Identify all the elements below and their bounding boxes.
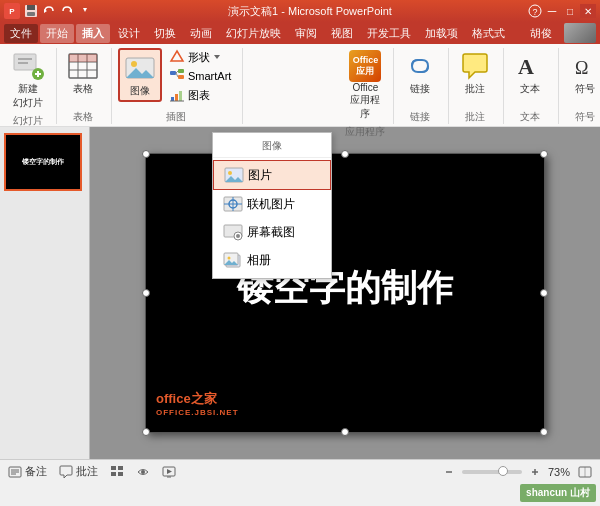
slide-sorter-button[interactable] — [110, 465, 124, 479]
svg-rect-26 — [178, 69, 184, 73]
slideshow-button[interactable] — [162, 465, 176, 479]
quick-access-redo[interactable] — [60, 4, 74, 18]
menu-animations[interactable]: 动画 — [184, 24, 218, 43]
menu-slideshow[interactable]: 幻灯片放映 — [220, 24, 287, 43]
table-button[interactable]: 表格 — [63, 48, 103, 98]
slides-group-items: 新建幻灯片 — [8, 48, 48, 112]
menu-view[interactable]: 视图 — [325, 24, 359, 43]
table-icon — [67, 50, 99, 82]
title-bar-controls: ? ─ □ ✕ — [528, 4, 596, 18]
comments-button[interactable]: 批注 — [59, 464, 98, 479]
menu-design[interactable]: 设计 — [112, 24, 146, 43]
zoom-thumb[interactable] — [498, 466, 508, 476]
minimize-button[interactable]: ─ — [544, 4, 560, 18]
fit-window-button[interactable] — [578, 466, 592, 478]
main-slide-area[interactable]: 镂空字的制作 office之家 OFFICE.JBSI.NET — [90, 127, 600, 459]
handle-bl[interactable] — [142, 428, 150, 436]
smartart-button[interactable]: SmartArt — [166, 67, 234, 85]
handle-ml[interactable] — [142, 289, 150, 297]
notes-label: 备注 — [25, 464, 47, 479]
svg-rect-25 — [170, 71, 176, 75]
zoom-out-button[interactable] — [444, 467, 454, 477]
close-button[interactable]: ✕ — [580, 4, 596, 18]
handle-tr[interactable] — [540, 150, 548, 158]
image-button[interactable]: 图像 — [118, 48, 162, 102]
office-app-label: Office应用程序 — [349, 82, 381, 121]
zoom-slider[interactable] — [462, 470, 522, 474]
image-label: 图像 — [130, 84, 150, 98]
zoom-level: 73% — [548, 466, 570, 478]
link-button[interactable]: 链接 — [400, 48, 440, 98]
comment-icon — [459, 50, 491, 82]
comments-group-items: 批注 — [455, 48, 495, 108]
shapes-button[interactable]: 形状 — [166, 48, 234, 66]
menu-file[interactable]: 文件 — [4, 24, 38, 43]
svg-point-21 — [131, 61, 137, 67]
menu-format[interactable]: 格式式 — [466, 24, 511, 43]
handle-tl[interactable] — [142, 150, 150, 158]
dropdown-item-album[interactable]: 相册 — [213, 246, 331, 274]
menu-bar: 文件 开始 插入 设计 切换 动画 幻灯片放映 审阅 视图 开发工具 加载项 格… — [0, 22, 600, 44]
handle-tm[interactable] — [341, 150, 349, 158]
chart-icon — [169, 87, 185, 103]
svg-rect-60 — [118, 466, 123, 470]
notes-icon — [8, 465, 22, 479]
svg-point-63 — [141, 470, 145, 474]
status-bar: 备注 批注 — [0, 459, 600, 483]
ribbon-group-slides: 新建幻灯片 幻灯片 — [4, 48, 57, 124]
menu-addins[interactable]: 加载项 — [419, 24, 464, 43]
smartart-label: SmartArt — [188, 70, 231, 82]
slide-canvas[interactable]: 镂空字的制作 office之家 OFFICE.JBSI.NET — [145, 153, 545, 433]
ribbon-group-links: 链接 链接 — [396, 48, 449, 124]
online-picture-label: 联机图片 — [247, 196, 295, 213]
slide-watermark: office之家 OFFICE.JBSI.NET — [156, 390, 239, 417]
quick-access-save[interactable] — [24, 4, 38, 18]
album-icon — [223, 250, 243, 270]
reading-view-button[interactable] — [136, 465, 150, 479]
handle-br[interactable] — [540, 428, 548, 436]
svg-line-28 — [176, 71, 178, 73]
help-icon[interactable]: ? — [528, 4, 542, 18]
zoom-in-button[interactable] — [530, 467, 540, 477]
new-slide-icon — [12, 50, 44, 82]
symbol-label: 符号 — [575, 82, 595, 96]
ribbon-group-symbols: Ω 符号 符号 — [561, 48, 600, 124]
dropdown-item-picture[interactable]: 图片 — [213, 160, 331, 190]
svg-marker-23 — [171, 51, 183, 61]
symbol-button[interactable]: Ω 符号 — [565, 48, 600, 98]
new-slide-button[interactable]: 新建幻灯片 — [8, 48, 48, 112]
title-bar-left: P — [4, 3, 92, 19]
tables-group-label: 表格 — [73, 108, 93, 124]
watermark-text: office之家 — [156, 390, 239, 408]
quick-access-more[interactable] — [78, 4, 92, 18]
dropdown-item-online[interactable]: 联机图片 — [213, 190, 331, 218]
notes-button[interactable]: 备注 — [8, 464, 47, 479]
slide-thumbnail-1[interactable]: 1 镂空字的制作 — [4, 133, 82, 191]
handle-bm[interactable] — [341, 428, 349, 436]
comment-button[interactable]: 批注 — [455, 48, 495, 98]
menu-home[interactable]: 开始 — [40, 24, 74, 43]
svg-rect-32 — [179, 91, 182, 101]
svg-rect-2 — [27, 12, 35, 16]
handle-mr[interactable] — [540, 289, 548, 297]
quick-access-undo[interactable] — [42, 4, 56, 18]
chart-button[interactable]: 图表 — [166, 86, 234, 104]
office-app-button[interactable]: Office应用 Office应用程序 — [345, 48, 385, 123]
restore-button[interactable]: □ — [562, 4, 578, 18]
menu-developer[interactable]: 开发工具 — [361, 24, 417, 43]
watermark-sub: OFFICE.JBSI.NET — [156, 408, 239, 417]
screenshot-icon — [223, 222, 243, 242]
status-left: 备注 批注 — [8, 464, 176, 479]
text-button[interactable]: A 文本 — [510, 48, 550, 98]
apps-group-items: Office应用 Office应用程序 — [345, 48, 385, 123]
menu-insert[interactable]: 插入 — [76, 24, 110, 43]
menu-transitions[interactable]: 切换 — [148, 24, 182, 43]
shapes-icon — [169, 49, 185, 65]
slide-sorter-icon — [110, 465, 124, 479]
dropdown-item-screenshot[interactable]: 屏幕截图 — [213, 218, 331, 246]
svg-point-35 — [228, 171, 232, 175]
ribbon-group-apps: Office应用 Office应用程序 应用程序 — [245, 48, 394, 124]
menu-review[interactable]: 审阅 — [289, 24, 323, 43]
menu-user[interactable]: 胡俊 — [524, 24, 558, 43]
svg-marker-65 — [167, 469, 172, 474]
